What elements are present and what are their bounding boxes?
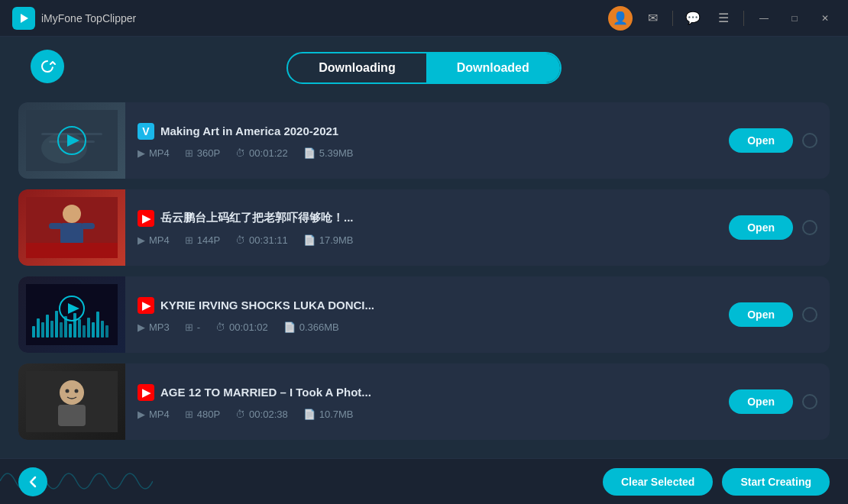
- side-refresh-icon[interactable]: [31, 50, 64, 83]
- item-title: KYRIE IRVING SHOCKS LUKA DONCI...: [160, 299, 374, 312]
- item-radio[interactable]: [802, 133, 817, 148]
- format-value: MP4: [149, 409, 170, 420]
- meta-duration: ⏱ 00:02:38: [235, 409, 288, 420]
- quality-value: -: [197, 321, 200, 333]
- svg-rect-27: [92, 322, 95, 338]
- titlebar: iMyFone TopClipper 👤 ✉ 💬 ☰ — □ ✕: [0, 0, 848, 37]
- svg-rect-23: [73, 313, 76, 338]
- thumb-bg: [18, 276, 125, 353]
- quality-icon: ⊞: [185, 234, 193, 246]
- app-logo: iMyFone TopClipper: [12, 7, 136, 30]
- clear-selected-button[interactable]: Clear Selected: [603, 468, 714, 496]
- format-icon: ▶: [138, 409, 145, 420]
- list-item: ▶ 岳云鹏台上码红了把老郭吓得够呛！... ▶ MP4 ⊞ 144P ⏱ 00:…: [18, 189, 830, 266]
- format-icon: ▶: [138, 147, 145, 159]
- svg-rect-28: [96, 312, 99, 338]
- meta-duration: ⏱ 00:01:22: [235, 147, 288, 159]
- size-value: 5.39MB: [319, 147, 354, 159]
- quality-icon: ⊞: [185, 321, 193, 333]
- open-button[interactable]: Open: [729, 215, 793, 240]
- svg-rect-9: [60, 223, 83, 244]
- format-icon: ▶: [138, 234, 145, 246]
- mail-icon[interactable]: ✉: [642, 8, 663, 29]
- minimize-button[interactable]: —: [753, 8, 775, 29]
- logo-icon: [12, 7, 35, 30]
- item-radio[interactable]: [802, 307, 817, 322]
- item-radio[interactable]: [802, 394, 817, 409]
- format-icon: ▶: [138, 321, 145, 333]
- svg-point-37: [75, 389, 79, 393]
- meta-format: ▶ MP4: [138, 409, 170, 420]
- title-row: ▶ AGE 12 TO MARRIED – I Took A Phot...: [138, 384, 717, 401]
- duration-icon: ⏱: [235, 234, 245, 246]
- titlebar-controls: 👤 ✉ 💬 ☰ — □ ✕: [608, 6, 836, 31]
- svg-rect-19: [55, 311, 58, 338]
- tab-downloading[interactable]: Downloading: [288, 53, 426, 82]
- svg-marker-0: [21, 14, 28, 23]
- platform-vimeo-icon: V: [138, 123, 154, 140]
- svg-rect-11: [81, 223, 95, 229]
- quality-icon: ⊞: [185, 147, 193, 159]
- meta-format: ▶ MP4: [138, 234, 170, 246]
- title-row: ▶ 岳云鹏台上码红了把老郭吓得够呛！...: [138, 210, 717, 227]
- svg-rect-10: [49, 223, 63, 229]
- format-value: MP4: [149, 147, 170, 159]
- item-radio[interactable]: [802, 220, 817, 235]
- title-row: ▶ KYRIE IRVING SHOCKS LUKA DONCI...: [138, 297, 717, 314]
- open-button[interactable]: Open: [729, 302, 793, 327]
- list-item: V Making Art in America 2020-2021 ▶ MP4 …: [18, 102, 830, 179]
- platform-youtube-icon: ▶: [138, 384, 154, 401]
- meta-duration: ⏱ 00:31:11: [235, 234, 288, 246]
- item-title: AGE 12 TO MARRIED – I Took A Phot...: [160, 386, 371, 399]
- item-thumbnail: [18, 102, 125, 179]
- platform-youtube-icon: ▶: [138, 210, 154, 227]
- platform-youtube-icon: ▶: [138, 297, 154, 314]
- item-info: V Making Art in America 2020-2021 ▶ MP4 …: [125, 114, 729, 168]
- bottom-bar: Clear Selected Start Creating: [0, 458, 848, 504]
- svg-rect-25: [83, 325, 86, 338]
- item-thumbnail: [18, 276, 125, 353]
- tab-downloaded[interactable]: Downloaded: [426, 53, 560, 82]
- meta-quality: ⊞ 144P: [185, 234, 220, 246]
- app-title: iMyFone TopClipper: [41, 12, 136, 24]
- svg-rect-14: [32, 326, 35, 338]
- size-value: 17.9MB: [319, 234, 354, 246]
- item-meta: ▶ MP4 ⊞ 480P ⏱ 00:02:38 📄 10.7MB: [138, 409, 717, 420]
- download-list[interactable]: V Making Art in America 2020-2021 ▶ MP4 …: [0, 96, 848, 458]
- list-item: ▶ AGE 12 TO MARRIED – I Took A Phot... ▶…: [18, 363, 830, 440]
- meta-duration: ⏱ 00:01:02: [215, 321, 268, 333]
- meta-format: ▶ MP4: [138, 147, 170, 159]
- duration-icon: ⏱: [235, 147, 245, 159]
- list-item: ▶ KYRIE IRVING SHOCKS LUKA DONCI... ▶ MP…: [18, 276, 830, 353]
- close-button[interactable]: ✕: [814, 8, 836, 29]
- item-meta: ▶ MP4 ⊞ 360P ⏱ 00:01:22 📄 5.39MB: [138, 147, 717, 159]
- format-value: MP4: [149, 234, 170, 246]
- chat-icon[interactable]: 💬: [682, 8, 704, 29]
- item-meta: ▶ MP3 ⊞ - ⏱ 00:01:02 📄 0.366MB: [138, 321, 717, 333]
- item-meta: ▶ MP4 ⊞ 144P ⏱ 00:31:11 📄 17.9MB: [138, 234, 717, 246]
- separator2: [743, 11, 744, 26]
- open-button[interactable]: Open: [729, 128, 793, 153]
- open-button[interactable]: Open: [729, 389, 793, 414]
- start-creating-button[interactable]: Start Creating: [722, 468, 830, 496]
- item-info: ▶ KYRIE IRVING SHOCKS LUKA DONCI... ▶ MP…: [125, 288, 729, 342]
- meta-quality: ⊞ 360P: [185, 147, 220, 159]
- size-icon: 📄: [303, 234, 316, 246]
- svg-rect-18: [50, 321, 53, 338]
- svg-rect-15: [37, 318, 40, 338]
- main-content: Downloading Downloaded: [0, 37, 848, 504]
- menu-icon[interactable]: ☰: [713, 8, 734, 29]
- avatar-icon[interactable]: 👤: [608, 6, 633, 31]
- duration-icon: ⏱: [215, 321, 225, 333]
- svg-rect-26: [87, 318, 90, 338]
- svg-rect-30: [105, 325, 108, 338]
- meta-size: 📄 0.366MB: [283, 321, 339, 333]
- size-icon: 📄: [303, 409, 316, 420]
- quality-value: 360P: [197, 147, 220, 159]
- meta-size: 📄 5.39MB: [303, 147, 354, 159]
- svg-point-8: [63, 205, 81, 223]
- maximize-button[interactable]: □: [784, 8, 805, 29]
- size-value: 10.7MB: [319, 409, 354, 420]
- waveform-decoration: [0, 458, 153, 504]
- item-title: Making Art in America 2020-2021: [160, 124, 338, 137]
